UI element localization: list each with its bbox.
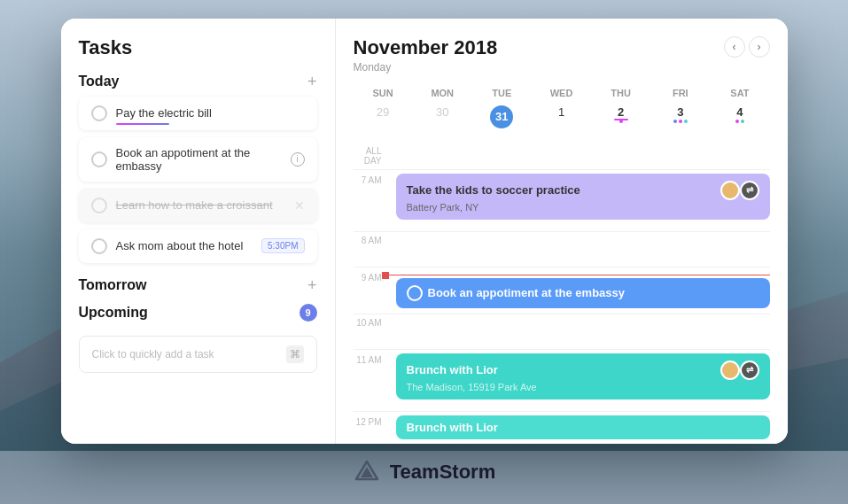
- event-brunch-cont-title: Brunch with Lior: [407, 421, 759, 434]
- cal-date-31-today[interactable]: 31: [472, 102, 532, 132]
- time-label-12pm: 12 PM: [354, 415, 389, 427]
- cal-col-sun: SUN: [354, 84, 413, 102]
- time-row-8am: 8 AM: [354, 231, 770, 267]
- tomorrow-section-header: Tomorrow +: [79, 277, 317, 293]
- event-embassy[interactable]: Book an appotiment at the embassy: [396, 278, 770, 308]
- calendar-grid: SUN MON TUE WED THU FRI SAT 29 30 31 1 2…: [354, 84, 770, 132]
- allday-label: ALL DAY: [354, 146, 389, 166]
- avatar-person1: [720, 181, 740, 200]
- today-section-header: Today +: [79, 74, 317, 89]
- task-item: Book an appotiment at the embassy i: [79, 137, 317, 182]
- cal-date-1[interactable]: 1: [532, 102, 591, 132]
- cal-col-fri: FRI: [650, 84, 710, 102]
- today-label: Today: [79, 74, 120, 89]
- task-time-tag: 5:30PM: [261, 238, 304, 253]
- task-text: Pay the electric bill: [116, 106, 305, 120]
- time-label-7am: 7 AM: [354, 174, 389, 185]
- tomorrow-add-button[interactable]: +: [307, 277, 317, 293]
- brand-name: TeamStorm: [390, 461, 495, 484]
- time-row-11am: 11 AM Brunch with Lior ⇌ The Madison, 15…: [354, 349, 770, 411]
- info-icon[interactable]: i: [291, 152, 305, 167]
- calendar-header: November 2018 Monday ‹ ›: [354, 36, 770, 74]
- calendar-panel: November 2018 Monday ‹ › SUN MON TUE WED…: [336, 19, 788, 444]
- avatar-switch: ⇌: [740, 181, 759, 200]
- time-row-12pm: 12 PM Brunch with Lior: [354, 411, 770, 444]
- upcoming-badge: 9: [300, 304, 317, 322]
- app-container: Tasks Today + Pay the electric bill Book…: [61, 19, 788, 444]
- time-label-10am: 10 AM: [354, 314, 389, 328]
- task-underline-decoration: [116, 123, 169, 125]
- event-brunch[interactable]: Brunch with Lior ⇌ The Madison, 15919 Pa…: [396, 353, 770, 399]
- event-brunch-cont-title-text: Brunch with Lior: [407, 421, 498, 434]
- upcoming-label: Upcoming: [79, 305, 148, 321]
- event-brunch-title-text: Brunch with Lior: [407, 363, 498, 376]
- quick-add-placeholder: Click to quickly add a task: [92, 348, 214, 361]
- time-row-7am: 7 AM Take the kids to soccer practice ⇌ …: [354, 169, 770, 231]
- 7am-events: Take the kids to soccer practice ⇌ Batte…: [389, 174, 770, 225]
- tasks-title: Tasks: [79, 36, 317, 59]
- avatar-brunch-switch: ⇌: [740, 361, 759, 380]
- time-row-9am: 9 AM Book an appotiment at the embassy: [354, 267, 770, 314]
- cal-col-thu: THU: [591, 84, 650, 102]
- event-embassy-title-text: Book an appotiment at the embassy: [428, 286, 626, 299]
- tomorrow-label: Tomorrow: [79, 277, 147, 293]
- task-checkbox[interactable]: [91, 105, 107, 121]
- task-item: Pay the electric bill: [79, 97, 317, 130]
- upcoming-section-header: Upcoming 9: [79, 304, 317, 322]
- calendar-prev-button[interactable]: ‹: [724, 36, 745, 58]
- task-text: Ask mom about the hotel: [116, 239, 253, 252]
- brand-logo: [353, 458, 381, 486]
- cal-date-4[interactable]: 4: [710, 102, 769, 132]
- quick-add-bar[interactable]: Click to quickly add a task ⌘: [79, 336, 317, 373]
- 9am-events: Book an appotiment at the embassy: [389, 271, 770, 314]
- 12pm-events: Brunch with Lior: [389, 415, 770, 444]
- task-checkbox-completed[interactable]: [91, 198, 107, 213]
- calendar-month-year: November 2018: [354, 36, 498, 59]
- cal-date-3[interactable]: 3: [650, 102, 710, 132]
- today-add-button[interactable]: +: [307, 74, 317, 89]
- calendar-nav: ‹ ›: [724, 36, 770, 58]
- time-label-8am: 8 AM: [354, 232, 389, 245]
- cal-col-sat: SAT: [710, 84, 769, 102]
- task-delete-icon[interactable]: ✕: [294, 198, 305, 213]
- event-soccer[interactable]: Take the kids to soccer practice ⇌ Batte…: [396, 174, 770, 220]
- time-row-10am: 10 AM: [354, 314, 770, 349]
- task-text: Book an appotiment at the embassy: [116, 146, 282, 173]
- cal-col-tue: TUE: [472, 84, 532, 102]
- task-item-completed: Learn how to make a croissant ✕: [79, 189, 317, 222]
- calendar-day-label: Monday: [354, 61, 498, 74]
- avatar-brunch-1: [720, 361, 740, 380]
- event-soccer-title: Take the kids to soccer practice ⇌: [407, 181, 759, 200]
- task-item: Ask mom about the hotel 5:30PM: [79, 229, 317, 263]
- time-label-11am: 11 AM: [354, 353, 389, 365]
- brand-logo-icon: [353, 458, 381, 486]
- quick-add-icon: ⌘: [286, 345, 304, 363]
- task-text-completed: Learn how to make a croissant: [116, 198, 285, 212]
- cal-col-mon: MON: [413, 84, 472, 102]
- cal-date-29[interactable]: 29: [354, 102, 413, 132]
- event-soccer-title-text: Take the kids to soccer practice: [407, 183, 580, 197]
- event-soccer-subtitle: Battery Park, NY: [407, 202, 759, 213]
- event-brunch-title: Brunch with Lior ⇌: [407, 361, 759, 380]
- calendar-body: ALL DAY 7 AM Take the kids to soccer pra…: [354, 143, 770, 444]
- current-time-marker: [382, 271, 770, 280]
- task-checkbox[interactable]: [91, 151, 107, 167]
- cal-col-wed: WED: [532, 84, 591, 102]
- task-checkbox[interactable]: [91, 238, 107, 254]
- event-brunch-avatars: ⇌: [720, 361, 759, 380]
- tasks-panel: Tasks Today + Pay the electric bill Book…: [61, 19, 336, 444]
- event-avatars: ⇌: [720, 181, 759, 200]
- brand-bar: TeamStorm: [353, 458, 495, 486]
- event-embassy-title: Book an appotiment at the embassy: [407, 285, 759, 301]
- event-brunch-subtitle: The Madison, 15919 Park Ave: [407, 382, 759, 392]
- event-brunch-cont[interactable]: Brunch with Lior: [396, 415, 770, 439]
- allday-row: ALL DAY: [354, 143, 770, 169]
- cal-date-2[interactable]: 2: [591, 102, 650, 132]
- cal-date-30[interactable]: 30: [413, 102, 472, 132]
- 11am-events: Brunch with Lior ⇌ The Madison, 15919 Pa…: [389, 353, 770, 405]
- calendar-next-button[interactable]: ›: [749, 36, 770, 58]
